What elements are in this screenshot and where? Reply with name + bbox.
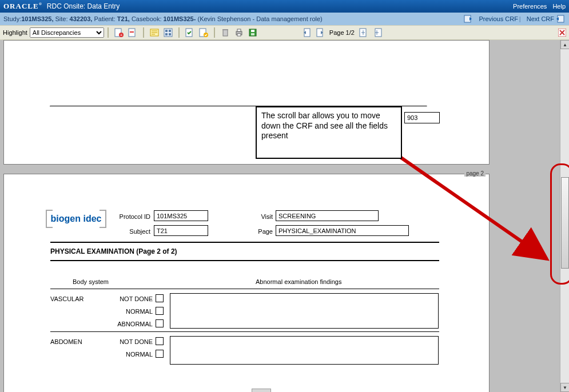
abdomen-findings-field[interactable]: [170, 336, 439, 365]
svg-rect-9: [165, 30, 168, 32]
not-done-label: NOT DONE: [107, 338, 153, 345]
patient-label: Patient:: [94, 15, 115, 22]
user-role: (Kevin Stephenson - Data management role…: [197, 15, 322, 22]
svg-rect-10: [169, 30, 171, 32]
section-bottom-line: [50, 260, 439, 261]
scroll-down-arrow-icon[interactable]: ▼: [560, 383, 569, 392]
svg-rect-17: [222, 29, 228, 30]
toolbar-separator: [108, 27, 109, 38]
svg-rect-19: [237, 29, 241, 31]
highlight-select[interactable]: All Discrepancies: [30, 27, 104, 38]
not-done-label: NOT DONE: [107, 295, 153, 302]
preferences-link[interactable]: Preferences: [513, 3, 547, 10]
add-page-icon[interactable]: +: [113, 27, 125, 38]
previous-crf-icon[interactable]: [464, 14, 473, 23]
toolbar: Highlight All Discrepancies + Page 1/2: [0, 25, 569, 40]
vertical-scrollbar[interactable]: ▲ ▼: [560, 40, 569, 392]
page-field[interactable]: PHYSICAL_EXAMINATION: [276, 225, 409, 236]
app-title: RDC Onsite: Data Entry: [47, 2, 120, 10]
toolbar-separator: [143, 27, 144, 38]
page-indicator: Page 1/2: [329, 29, 355, 36]
next-crf-link[interactable]: Next CRF: [527, 15, 554, 22]
app-title-bar: ORACLE® RDC Onsite: Data Entry Preferenc…: [0, 0, 569, 13]
normal-label: NORMAL: [107, 308, 153, 315]
svg-rect-16: [223, 30, 228, 36]
close-icon[interactable]: [558, 29, 566, 37]
normal-label: NORMAL: [107, 351, 153, 358]
row-divider: [50, 331, 439, 332]
svg-rect-13: [186, 29, 192, 37]
highlight-label: Highlight: [3, 29, 27, 36]
save-icon[interactable]: [247, 27, 258, 38]
first-field-icon[interactable]: [358, 27, 369, 38]
next-page-icon[interactable]: [315, 27, 326, 38]
visit-label: Visit: [256, 213, 273, 220]
horizontal-splitter-handle[interactable]: [252, 389, 271, 392]
approve-icon[interactable]: [198, 27, 209, 38]
page-number-label: page 2: [464, 170, 486, 177]
site-value: 432203,: [70, 15, 93, 22]
svg-rect-22: [251, 30, 254, 32]
context-bar: Study: 101MS325, Site: 432203, Patient: …: [0, 13, 569, 25]
casebook-value: 101MS325-: [164, 15, 196, 22]
last-field-icon[interactable]: [372, 27, 383, 38]
scroll-up-arrow-icon[interactable]: ▲: [560, 40, 569, 49]
vascular-findings-field[interactable]: [170, 293, 439, 329]
delete-row-icon[interactable]: [127, 27, 138, 38]
col-body-system: Body system: [73, 278, 109, 285]
annotation-callout: The scroll bar allows you to move down t…: [256, 106, 402, 159]
abnormal-label: ABNORMAL: [107, 321, 153, 327]
casebook-label: Casebook:: [132, 15, 162, 22]
protocol-id-field[interactable]: 101MS325: [154, 210, 208, 221]
prev-page-icon[interactable]: [301, 27, 312, 38]
vascular-abnormal-checkbox[interactable]: [156, 319, 164, 327]
svg-rect-11: [165, 33, 168, 35]
page-label: Page: [254, 228, 273, 235]
protocol-id-label: Protocol ID: [110, 213, 150, 220]
study-value: 101MS325,: [21, 15, 53, 22]
section-top-line: [50, 242, 439, 243]
patient-value: T21,: [117, 15, 130, 22]
study-label: Study:: [3, 15, 21, 22]
svg-rect-23: [251, 33, 254, 35]
subject-field[interactable]: T21: [154, 225, 208, 236]
nav-separator: |: [519, 15, 521, 22]
toolbar-separator: [214, 27, 215, 38]
visit-field[interactable]: SCREENING: [276, 210, 379, 221]
column-underline: [50, 289, 439, 289]
vascular-not-done-checkbox[interactable]: [156, 294, 164, 302]
svg-rect-6: [130, 31, 134, 33]
workspace: 903 page 2 biogen idec Protocol ID 101MS…: [0, 40, 569, 392]
investigator-comment-icon[interactable]: [149, 27, 160, 38]
abdomen-not-done-checkbox[interactable]: [156, 337, 164, 345]
body-system-abdomen: ABDOMEN: [50, 338, 82, 345]
vascular-normal-checkbox[interactable]: [156, 307, 164, 315]
delete-crf-icon[interactable]: [220, 27, 231, 38]
text-field[interactable]: 903: [404, 112, 440, 123]
scroll-thumb[interactable]: [561, 177, 569, 269]
print-icon[interactable]: [233, 27, 245, 38]
crf-page-2: page 2 biogen idec Protocol ID 101MS325 …: [3, 174, 490, 392]
col-findings: Abnormal examination findings: [256, 278, 341, 285]
body-system-vascular: VASCULAR: [50, 295, 83, 302]
verify-icon[interactable]: [184, 27, 196, 38]
svg-rect-20: [237, 34, 241, 36]
toolbar-separator: [178, 27, 180, 38]
svg-rect-12: [169, 33, 171, 35]
abdomen-normal-checkbox[interactable]: [156, 350, 164, 358]
help-link[interactable]: Help: [552, 3, 566, 10]
subject-label: Subject: [124, 228, 150, 235]
svg-text:+: +: [120, 33, 122, 37]
oracle-logo: ORACLE®: [3, 2, 42, 11]
biogen-idec-logo: biogen idec: [48, 210, 104, 228]
site-label: Site:: [55, 15, 68, 22]
crf-page-1: 903: [3, 40, 490, 165]
section-title: PHYSICAL EXAMINATION (Page 2 of 2): [50, 247, 177, 255]
next-crf-icon[interactable]: [555, 14, 564, 23]
previous-crf-link[interactable]: Previous CRF: [479, 15, 518, 22]
field-menu-icon[interactable]: [162, 27, 174, 38]
